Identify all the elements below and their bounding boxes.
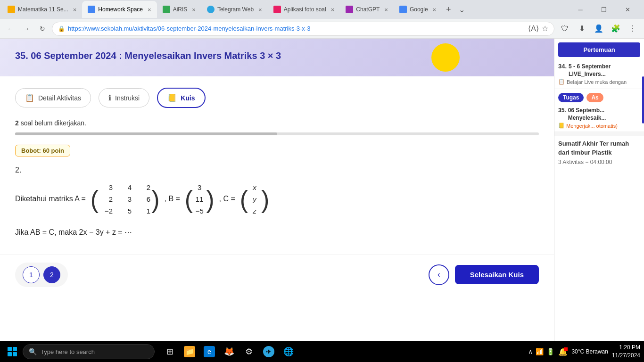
- taskbar-edge[interactable]: e: [200, 342, 219, 361]
- tab-close-matematika[interactable]: ×: [73, 6, 77, 13]
- tab-matematika[interactable]: Matematika 11 Se... ×: [2, 1, 82, 18]
- tab-close-airis[interactable]: ×: [192, 6, 196, 13]
- minimize-button[interactable]: ─: [570, 2, 591, 17]
- file-explorer-icon: 📁: [184, 346, 195, 357]
- window-controls: ─ ❐ ✕: [570, 2, 642, 17]
- c-separator: , C =: [219, 192, 235, 206]
- shield-icon[interactable]: 🛡: [557, 21, 572, 36]
- sidebar-item-34[interactable]: 34. 5 - 6 September LIVE_Invers... 📋 Bel…: [554, 59, 644, 89]
- app7-icon: 🌐: [283, 346, 294, 357]
- sidebar-item-35[interactable]: 35. 06 Septemb... Menyelesaik... 📒 Menge…: [554, 104, 644, 132]
- sidebar-tags: Tugas As: [554, 89, 644, 104]
- profile-icon[interactable]: 👤: [591, 21, 606, 36]
- taskbar-search[interactable]: 🔍 Type here to search: [23, 344, 155, 359]
- tab-chatgpt[interactable]: ChatGPT ×: [340, 1, 394, 18]
- c1: x: [249, 182, 260, 193]
- tab-more-button[interactable]: ⌄: [455, 3, 468, 16]
- page-num-1[interactable]: 1: [23, 266, 40, 283]
- maximize-button[interactable]: ❐: [593, 2, 615, 17]
- b-separator: , B =: [165, 192, 180, 206]
- address-input[interactable]: 🔒 https://www.sekolah.mu/aktivitas/06-se…: [52, 22, 554, 36]
- taskbar-apps: ⊞ 📁 e 🦊 ⚙ ✈ 🌐: [160, 342, 298, 361]
- time-display: 1:20 PM: [612, 344, 640, 352]
- tab-telegram[interactable]: Telegram Web ×: [201, 1, 268, 18]
- item34-sub-text: Belajar Live muka dengan: [567, 79, 627, 85]
- back-button[interactable]: ←: [4, 22, 17, 35]
- url-text: https://www.sekolah.mu/aktivitas/06-sept…: [68, 25, 523, 32]
- content-area: 2 soal belum dikerjakan. Bobot: 60 poin …: [0, 115, 554, 251]
- progress-fill: [15, 132, 277, 135]
- tab-detail-aktivitas[interactable]: 📋 Detail Aktivitas: [15, 88, 91, 107]
- browser-chrome: Matematika 11 Se... × Homework Space × A…: [0, 0, 644, 39]
- wifi-icon: 📶: [536, 348, 544, 355]
- tab-label-google: Google: [410, 6, 428, 13]
- matrix-c: ( x y z ): [240, 182, 270, 216]
- bottom-bar: 1 2 ‹ Selesaikan Kuis: [0, 255, 554, 295]
- translate-icon[interactable]: ⟨A⟩: [528, 24, 539, 33]
- settings-icon[interactable]: ⋮: [625, 21, 640, 36]
- tab-close-telegram[interactable]: ×: [258, 6, 262, 13]
- matrix-a-body: 3 4 2 2 3 6 −2 5 1: [99, 182, 150, 216]
- page-numbers: 1 2: [15, 263, 68, 287]
- sidebar-pertemuan-label: Pertemuan: [558, 42, 640, 57]
- tag-tugas[interactable]: Tugas: [558, 93, 584, 102]
- selesaikan-button[interactable]: Selesaikan Kuis: [455, 265, 539, 284]
- taskbar-firefox[interactable]: 🦊: [220, 342, 239, 361]
- matrix-b: ( 3 11 −5 ): [185, 182, 215, 216]
- belajar-icon: 📋: [558, 79, 565, 85]
- math-content: Diketahui matriks A = ( 3 4 2 2 3 6: [15, 182, 539, 239]
- bracket-b-right: ): [206, 187, 214, 212]
- bracket-c-left: (: [240, 187, 248, 212]
- sidebar-bottom-sub: 3 Aktivitas − 04:00:00: [558, 159, 640, 165]
- tab-google[interactable]: Google ×: [394, 1, 442, 18]
- tab-favicon-telegram: [207, 6, 215, 13]
- taskbar-settings[interactable]: ⚙: [239, 342, 258, 361]
- reload-button[interactable]: ↻: [36, 22, 49, 35]
- tag-as[interactable]: As: [586, 93, 603, 102]
- item35-date: 06 Septemb...: [568, 107, 606, 115]
- tab-close-google[interactable]: ×: [433, 6, 437, 13]
- firefox-icon: 🦊: [223, 346, 235, 357]
- scroll-indicator: [642, 76, 644, 123]
- download-icon[interactable]: ⬇: [574, 21, 589, 36]
- taskbar-search-icon: 🔍: [29, 348, 37, 355]
- forward-button[interactable]: →: [20, 22, 33, 35]
- tab-label-telegram: Telegram Web: [217, 6, 254, 13]
- notification-badge: [564, 347, 568, 351]
- a22: 3: [118, 194, 132, 205]
- bookmark-icon[interactable]: ☆: [542, 24, 548, 33]
- prev-button[interactable]: ‹: [429, 264, 449, 285]
- tab-close-chatgpt[interactable]: ×: [384, 6, 388, 13]
- tab-close-foto[interactable]: ×: [331, 6, 335, 13]
- start-button[interactable]: [4, 343, 21, 360]
- right-sidebar: Pertemuan 34. 5 - 6 September LIVE_Inver…: [554, 39, 644, 341]
- tab-bar: Matematika 11 Se... × Homework Space × A…: [0, 0, 644, 19]
- tab-favicon-google: [399, 6, 407, 13]
- tab-airis[interactable]: AiRIS ×: [157, 1, 201, 18]
- taskbar-app7[interactable]: 🌐: [279, 342, 298, 361]
- extensions-icon[interactable]: 🧩: [608, 21, 623, 36]
- taskbar-app6[interactable]: ✈: [259, 342, 278, 361]
- notification-area: 🔔: [558, 347, 568, 356]
- tab-foto-soal[interactable]: Aplikasi foto soal ×: [268, 1, 340, 18]
- item35-sub-text: Mengerjak... otomatis): [566, 123, 618, 129]
- taskbar-file-explorer[interactable]: 📁: [180, 342, 199, 361]
- item35-title: Menyelesaik...: [568, 115, 606, 122]
- tab-kuis-label: Kuis: [181, 94, 195, 102]
- page-header: 35. 06 September 2024 : Menyelesaikan In…: [0, 39, 554, 76]
- new-tab-button[interactable]: +: [442, 3, 455, 16]
- page-num-2[interactable]: 2: [43, 266, 60, 283]
- tab-close-homework[interactable]: ×: [148, 6, 151, 13]
- sidebar-divider: [554, 132, 644, 136]
- page-title: 35. 06 September 2024 : Menyelesaikan In…: [15, 50, 281, 61]
- network-icon: ∧: [528, 348, 533, 355]
- close-button[interactable]: ✕: [617, 2, 638, 17]
- page-content: 35. 06 September 2024 : Menyelesaikan In…: [0, 39, 554, 341]
- taskbar-task-view[interactable]: ⊞: [160, 342, 179, 361]
- tab-instruksi[interactable]: ℹ Instruksi: [99, 88, 149, 107]
- bracket-a-left: (: [91, 187, 99, 212]
- sidebar-bottom-title: Sumatif Akhir Ter rumah dari timbur Plas…: [558, 140, 640, 156]
- a31: −2: [99, 206, 113, 216]
- tab-kuis[interactable]: 📒 Kuis: [157, 88, 205, 108]
- tab-homework[interactable]: Homework Space ×: [82, 1, 157, 18]
